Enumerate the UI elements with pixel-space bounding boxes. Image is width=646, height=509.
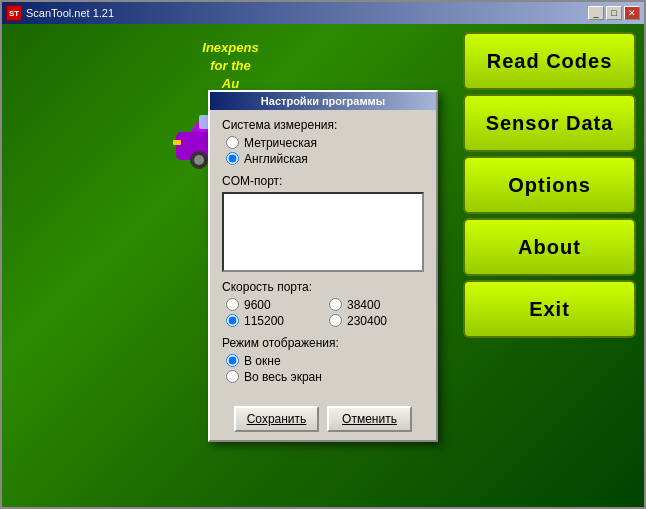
speed-115200-option[interactable]: 115200 [226,314,321,328]
dialog-title: Настройки программы [210,92,436,110]
main-window: ST ScanTool.net 1.21 _ □ ✕ Inexpens for … [0,0,646,509]
display-group: В окне Во весь экран [226,354,424,384]
window-option[interactable]: В окне [226,354,424,368]
measurement-group: Метрическая Английская [226,136,424,166]
dialog-overlay: Настройки программы Система измерения: М… [2,24,644,507]
content-area: Inexpens for the Au Наведит мыши н [2,24,644,507]
speed-9600-radio[interactable] [226,298,239,311]
maximize-button[interactable]: □ [606,6,622,20]
minimize-button[interactable]: _ [588,6,604,20]
fullscreen-label: Во весь экран [244,370,322,384]
english-option[interactable]: Английская [226,152,424,166]
dialog-footer: Сохранить Отменить [210,400,436,440]
title-bar: ST ScanTool.net 1.21 _ □ ✕ [2,2,644,24]
port-label: COM-порт: [222,174,424,188]
speed-9600-option[interactable]: 9600 [226,298,321,312]
display-label: Режим отображения: [222,336,424,350]
metric-radio[interactable] [226,136,239,149]
metric-label: Метрическая [244,136,317,150]
dialog-body: Система измерения: Метрическая Английска… [210,110,436,400]
fullscreen-radio[interactable] [226,370,239,383]
close-button[interactable]: ✕ [624,6,640,20]
metric-option[interactable]: Метрическая [226,136,424,150]
speed-38400-option[interactable]: 38400 [329,298,424,312]
save-button[interactable]: Сохранить [234,406,319,432]
speed-label: Скорость порта: [222,280,424,294]
english-radio[interactable] [226,152,239,165]
measurement-label: Система измерения: [222,118,424,132]
speed-38400-label: 38400 [347,298,380,312]
window-label: В окне [244,354,281,368]
speed-grid: 9600 38400 115200 230400 [226,298,424,328]
speed-230400-option[interactable]: 230400 [329,314,424,328]
port-listbox[interactable] [222,192,424,272]
fullscreen-option[interactable]: Во весь экран [226,370,424,384]
window-title: ScanTool.net 1.21 [26,7,588,19]
window-radio[interactable] [226,354,239,367]
speed-115200-radio[interactable] [226,314,239,327]
speed-115200-label: 115200 [244,314,284,328]
speed-9600-label: 9600 [244,298,271,312]
english-label: Английская [244,152,308,166]
speed-38400-radio[interactable] [329,298,342,311]
cancel-button[interactable]: Отменить [327,406,412,432]
window-controls: _ □ ✕ [588,6,640,20]
app-logo: ST [6,5,22,21]
speed-230400-label: 230400 [347,314,387,328]
speed-230400-radio[interactable] [329,314,342,327]
settings-dialog: Настройки программы Система измерения: М… [208,90,438,442]
